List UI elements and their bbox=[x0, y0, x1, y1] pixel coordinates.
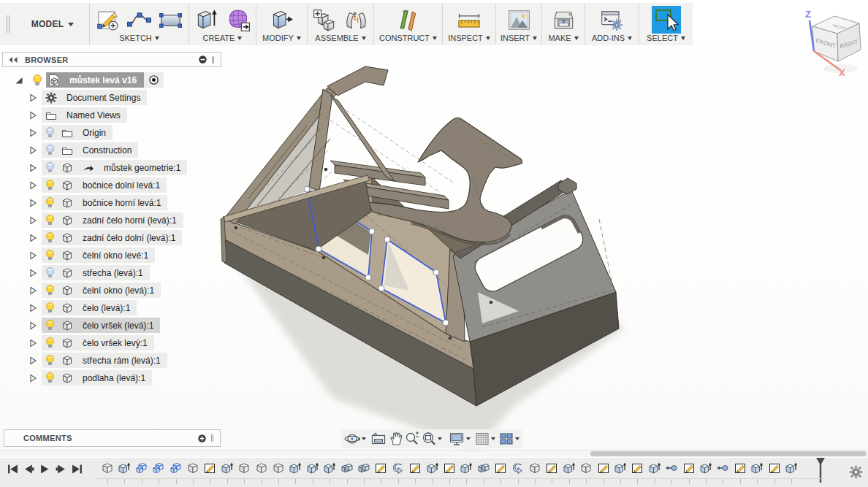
tree-item[interactable]: bočnice dolní levá:1 bbox=[42, 177, 167, 193]
timeline-feature-sketch[interactable] bbox=[631, 461, 644, 475]
scripts-addins-button[interactable] bbox=[601, 9, 623, 31]
timeline-feature-sketch[interactable] bbox=[734, 461, 747, 475]
tree-item[interactable]: Named Views bbox=[42, 107, 127, 123]
tree-item-root[interactable]: můstek levá v16 bbox=[46, 72, 144, 88]
timeline-feature-sketch[interactable] bbox=[203, 461, 216, 475]
expand-arrow-icon[interactable] bbox=[28, 146, 37, 155]
expand-arrow-icon[interactable] bbox=[28, 181, 37, 190]
chevron-down-icon[interactable] bbox=[466, 437, 471, 440]
expand-arrow-icon[interactable] bbox=[28, 374, 37, 383]
toolbar-menu-add-ins[interactable]: ADD-INS bbox=[592, 34, 632, 42]
timeline-feature-component[interactable] bbox=[528, 461, 541, 475]
tree-item[interactable]: bočnice horní levá:1 bbox=[42, 195, 167, 210]
timeline-feature-component[interactable] bbox=[272, 461, 285, 475]
visibility-bulb-icon[interactable] bbox=[45, 337, 55, 349]
expand-arrow-icon[interactable] bbox=[28, 199, 37, 207]
playback-go-to-end-button[interactable] bbox=[72, 464, 83, 475]
expand-arrow-icon[interactable] bbox=[28, 251, 37, 260]
orbit-button[interactable] bbox=[344, 432, 360, 446]
expand-arrow-icon[interactable] bbox=[28, 93, 37, 102]
browser-panel-header[interactable]: BROWSER bbox=[2, 52, 221, 67]
playback-step-back-button[interactable] bbox=[23, 464, 34, 475]
expand-arrow-icon[interactable] bbox=[28, 356, 37, 365]
timeline-feature-sketch[interactable] bbox=[597, 461, 610, 475]
timeline-feature-extrude[interactable] bbox=[699, 461, 712, 475]
expand-arrow-icon[interactable] bbox=[28, 304, 37, 312]
timeline-feature-extrude[interactable] bbox=[563, 461, 576, 475]
visibility-bulb-icon[interactable] bbox=[45, 284, 55, 296]
chevron-down-icon[interactable] bbox=[438, 437, 442, 440]
tree-item[interactable]: čelní okno levé:1 bbox=[42, 248, 155, 263]
timeline-feature-combine[interactable] bbox=[477, 461, 490, 475]
expand-arrow-icon[interactable] bbox=[28, 129, 37, 137]
tree-item[interactable]: čelo vršek (levá):1 bbox=[42, 318, 160, 333]
timeline-feature-component[interactable] bbox=[101, 461, 114, 475]
workspace-switcher[interactable]: MODEL bbox=[16, 3, 89, 45]
toolbar-menu-insert[interactable]: INSERT bbox=[500, 34, 537, 42]
tree-item[interactable]: můstek geometrie:1 bbox=[42, 160, 187, 175]
chevron-down-icon[interactable] bbox=[515, 437, 519, 440]
timeline-feature-sketch[interactable] bbox=[374, 461, 387, 475]
new-component-button[interactable] bbox=[313, 9, 337, 31]
visibility-bulb-icon[interactable] bbox=[45, 319, 55, 331]
visibility-bulb-icon[interactable] bbox=[45, 214, 55, 226]
expand-arrow-icon[interactable] bbox=[28, 286, 37, 295]
timeline-feature-linked[interactable] bbox=[135, 461, 148, 475]
timeline-settings-gear-icon[interactable] bbox=[849, 465, 863, 479]
visibility-bulb-icon[interactable] bbox=[45, 302, 55, 314]
timeline-feature-sweep[interactable] bbox=[392, 461, 405, 475]
toolbar-menu-modify[interactable]: MODIFY bbox=[262, 34, 301, 42]
collapse-panel-icon[interactable] bbox=[8, 56, 18, 64]
timeline-feature-sketch[interactable] bbox=[408, 461, 422, 475]
tree-item[interactable]: podlaha (levá):1 bbox=[42, 370, 152, 386]
timeline-feature-component[interactable] bbox=[579, 461, 593, 475]
visibility-bulb-icon[interactable] bbox=[45, 126, 55, 139]
timeline-feature-joint[interactable] bbox=[665, 461, 678, 475]
visibility-bulb-icon[interactable] bbox=[45, 354, 55, 367]
chevron-down-icon[interactable] bbox=[362, 437, 366, 440]
visibility-bulb-icon[interactable] bbox=[32, 74, 42, 87]
expand-arrow-icon[interactable] bbox=[28, 164, 37, 172]
viewports-button[interactable] bbox=[499, 432, 514, 446]
tree-item[interactable]: střecha (levá):1 bbox=[42, 265, 150, 280]
expand-arrow-icon[interactable] bbox=[28, 321, 37, 330]
timeline-feature-sketch[interactable] bbox=[494, 461, 507, 475]
timeline-feature-sketch[interactable] bbox=[682, 461, 696, 475]
select-cursor-button[interactable] bbox=[652, 6, 681, 34]
extrude-button[interactable] bbox=[195, 8, 219, 32]
toolbar-menu-construct[interactable]: CONSTRUCT bbox=[379, 34, 437, 42]
playback-play-button[interactable] bbox=[39, 464, 50, 475]
timeline-feature-combine[interactable] bbox=[340, 461, 354, 475]
timeline-feature-joint[interactable] bbox=[716, 461, 729, 475]
timeline-feature-component[interactable] bbox=[186, 461, 199, 475]
grid-button[interactable] bbox=[475, 432, 490, 446]
spline-button[interactable] bbox=[127, 11, 152, 29]
expand-arrow-icon[interactable] bbox=[28, 339, 37, 348]
tree-item[interactable]: Construction bbox=[42, 142, 138, 158]
tree-item[interactable]: čelo (levá):1 bbox=[42, 300, 137, 315]
expand-arrow-icon[interactable] bbox=[28, 216, 37, 225]
panel-grip[interactable] bbox=[212, 56, 218, 64]
timeline-feature-extrude[interactable] bbox=[323, 461, 336, 475]
print-3d-button[interactable] bbox=[552, 9, 575, 31]
remove-panel-icon[interactable] bbox=[198, 55, 208, 64]
expand-arrow-icon[interactable] bbox=[28, 269, 37, 277]
visibility-bulb-icon[interactable] bbox=[45, 266, 55, 279]
construction-plane-button[interactable] bbox=[398, 8, 419, 31]
toolbar-menu-select[interactable]: SELECT bbox=[647, 34, 685, 42]
timeline-feature-sketch[interactable] bbox=[768, 461, 781, 475]
toolbar-menu-sketch[interactable]: SKETCH bbox=[119, 34, 159, 42]
toolbar-drag-handle[interactable] bbox=[0, 3, 16, 45]
tree-item[interactable]: Origin bbox=[42, 125, 113, 140]
timeline-feature-extrude[interactable] bbox=[648, 461, 661, 475]
tree-item[interactable]: čelo vršek levý:1 bbox=[42, 335, 154, 350]
timeline-feature-extrude[interactable] bbox=[785, 461, 798, 475]
timeline-feature-extrude[interactable] bbox=[221, 461, 234, 475]
add-comment-icon[interactable] bbox=[197, 434, 207, 443]
timeline-feature-extrude[interactable] bbox=[614, 461, 627, 475]
timeline-feature-extrude[interactable] bbox=[460, 461, 473, 475]
visibility-bulb-icon[interactable] bbox=[45, 231, 55, 244]
insert-image-button[interactable] bbox=[508, 9, 530, 31]
visibility-bulb-icon[interactable] bbox=[45, 196, 55, 209]
fit-button[interactable] bbox=[422, 432, 436, 446]
